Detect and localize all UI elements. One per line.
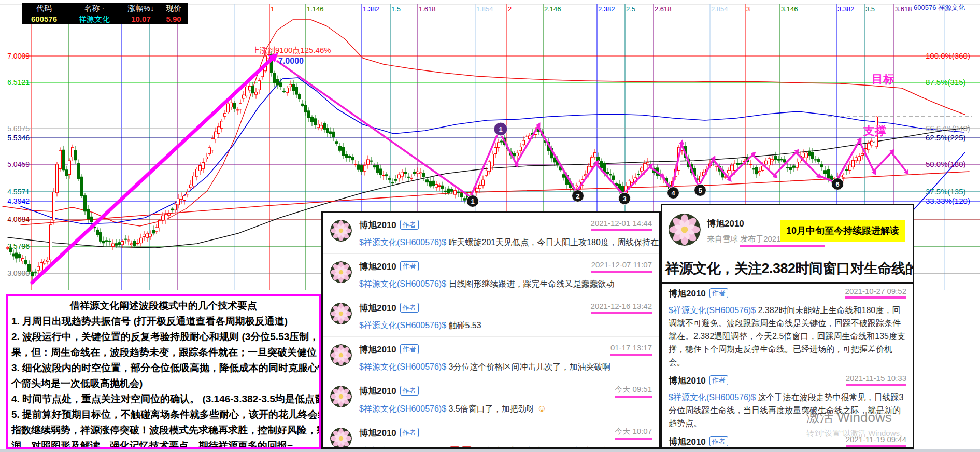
- author-name[interactable]: 博旭2010: [359, 345, 396, 355]
- author-badge: 作者: [400, 303, 419, 313]
- svg-text:3: 3: [622, 195, 626, 203]
- ticker-link[interactable]: $祥源文化(SH600576)$: [359, 238, 446, 247]
- author-name[interactable]: 博旭2010: [669, 376, 706, 386]
- author-name[interactable]: 博旭2010: [707, 218, 744, 230]
- author-name[interactable]: 博旭2010: [359, 303, 396, 313]
- comment-text: $祥源文化(SH600576)$ 日线图形继续跟进，踩完生命线又是蠢蠢欲动: [359, 279, 652, 290]
- article-panel: 博旭2010 来自雪球 发布于2021-10-14 13:52 10月中旬至今持…: [661, 204, 914, 449]
- svg-text:1.5: 1.5: [391, 5, 401, 13]
- svg-text:7.0009: 7.0009: [7, 52, 30, 60]
- avatar[interactable]: [330, 303, 352, 324]
- trading-app-window: 11.1461.3821.51.6181.85422.1462.3822.52.…: [0, 0, 980, 452]
- ticker-link[interactable]: $祥源文化(SH600576)$: [359, 404, 446, 413]
- notes-line: 1. 月周日出现趋势共振信号 (打开极反通道查看各周期极反通道): [8, 314, 319, 329]
- ticker-link[interactable]: $祥源文化(SH600576)$: [669, 393, 756, 402]
- author-badge: 作者: [709, 436, 728, 446]
- svg-text:3.618: 3.618: [895, 5, 912, 13]
- notes-line: 3. 细化波段内的时空位置，部分仓位低吸高抛，降低成本的同时克服心性。 (每一: [8, 360, 319, 376]
- author-name[interactable]: 博旭2010: [669, 437, 706, 447]
- svg-text:3.146: 3.146: [781, 5, 798, 13]
- svg-text:5.6975: 5.6975: [7, 124, 30, 133]
- svg-text:4: 4: [671, 189, 675, 197]
- svg-text:3: 3: [746, 5, 750, 13]
- author-badge: 作者: [400, 261, 419, 271]
- svg-text:50.0%(180): 50.0%(180): [926, 160, 966, 168]
- comment-text: $祥源文化(SH600576)$ 3.5倍窗口了，加把劲呀 ☺: [359, 403, 652, 415]
- comment-date: 今天 09:51: [615, 385, 652, 398]
- svg-text:33.33%(120): 33.33%(120): [926, 196, 970, 205]
- comment-row[interactable]: 2021-12-16 13:42博旭2010作者$祥源文化(SH600576)$…: [323, 295, 659, 337]
- author-badge: 作者: [709, 288, 728, 298]
- avatar[interactable]: [330, 428, 352, 449]
- ticker-link[interactable]: $祥源文化(SH600576)$: [359, 321, 446, 330]
- author-badge: 作者: [400, 428, 419, 437]
- watchlist-table[interactable]: 代码 名称 · 涨幅%↓ 现价 600576 祥源文化 10.07 5.90: [22, 3, 188, 24]
- author-name[interactable]: 博旭2010: [669, 289, 706, 299]
- svg-text:2.5: 2.5: [626, 5, 635, 13]
- svg-text:3.382: 3.382: [837, 5, 855, 13]
- svg-text:87.5%(315): 87.5%(315): [926, 78, 966, 87]
- comment-date: 今天 10:07: [615, 427, 652, 440]
- article-title[interactable]: 祥源文化，关注2.382时间窗口对生命线的确认: [662, 258, 913, 284]
- svg-text:5: 5: [698, 187, 702, 194]
- svg-text:1: 1: [271, 5, 274, 13]
- author-name[interactable]: 博旭2010: [359, 262, 396, 272]
- ticker-link[interactable]: $祥源文化(SH600576)$: [669, 306, 756, 315]
- svg-text:2.146: 2.146: [544, 5, 561, 13]
- window-bottom-edge: [0, 449, 980, 452]
- comment-row[interactable]: 2021-12-01 14:44博旭2010作者$祥源文化(SH600576)$…: [323, 213, 659, 254]
- notes-line: 2. 波段运行中，关键位置的反复考验持股耐心和规则 (3分位5.53压制，几次上…: [8, 329, 319, 345]
- svg-text:1.618: 1.618: [419, 5, 436, 13]
- comment-feed-panel: 2021-12-01 14:44博旭2010作者$祥源文化(SH600576)$…: [321, 211, 661, 449]
- svg-text:100.0%(360): 100.0%(360): [926, 51, 970, 60]
- avatar[interactable]: [330, 386, 352, 407]
- stock-name[interactable]: 祥源文化: [66, 13, 123, 24]
- author-name[interactable]: 博旭2010: [359, 428, 396, 438]
- comment-date: 2021-12-07 11:07: [591, 260, 652, 273]
- avatar[interactable]: [330, 344, 352, 366]
- svg-text:5.0459: 5.0459: [7, 160, 30, 168]
- comment-date: 2021-10-27 09:52: [845, 287, 906, 299]
- comment-row[interactable]: 2021-11-15 10:33博旭2010作者$祥源文化(SH600576)$…: [662, 371, 913, 432]
- author-name[interactable]: 博旭2010: [359, 220, 396, 230]
- author-badge: 作者: [400, 220, 419, 230]
- author-name[interactable]: 博旭2010: [359, 386, 396, 396]
- sort-desc-icon: ↓: [150, 4, 154, 12]
- comment-row[interactable]: 2021-11-19 09:44博旭2010作者$祥源文化(SH600576)$…: [662, 432, 913, 449]
- notes-title: 借祥源文化阐述波段模式中的几个技术要点: [8, 296, 319, 314]
- notes-panel: 借祥源文化阐述波段模式中的几个技术要点 1. 月周日出现趋势共振信号 (打开极反…: [6, 294, 321, 449]
- notes-line: 5. 提前算好预期目标位，不触碰离场条件就多些耐心，该开的花儿终会绽放。: [8, 407, 319, 422]
- avatar[interactable]: [330, 220, 352, 242]
- svg-text:1: 1: [499, 125, 502, 133]
- col-name: 名称 ·: [66, 3, 123, 13]
- comment-row[interactable]: 2021-12-07 11:07博旭2010作者$祥源文化(SH600576)$…: [323, 254, 659, 295]
- smiley-icon: ☺: [608, 445, 618, 449]
- svg-text:2: 2: [508, 5, 512, 13]
- col-change[interactable]: 涨幅%↓: [123, 3, 159, 13]
- stock-change: 10.07: [123, 13, 159, 24]
- author-badge: 作者: [400, 344, 419, 354]
- ticker-link[interactable]: $祥源文化(SH600576)$: [359, 279, 446, 288]
- comment-row[interactable]: 2021-10-27 09:52博旭2010作者$祥源文化(SH600576)$…: [662, 284, 913, 371]
- stock-price: 5.90: [159, 13, 188, 24]
- target-label: 目标: [872, 72, 894, 87]
- svg-text:1.854: 1.854: [476, 5, 493, 13]
- stock-code[interactable]: 600576: [22, 13, 66, 24]
- smiley-icon: ☺: [537, 403, 546, 414]
- svg-text:1: 1: [471, 197, 474, 205]
- ticker-link[interactable]: $祥源文化(SH600576)$: [359, 362, 446, 371]
- notes-line: 个箭头均是一次低吸高抛机会): [8, 376, 319, 391]
- comment-row[interactable]: 01-17 13:17博旭2010作者$祥源文化(SH600576)$ 3分位这…: [323, 337, 659, 378]
- avatar[interactable]: [330, 261, 352, 283]
- svg-text:4.5571: 4.5571: [7, 188, 30, 196]
- comment-date: 01-17 13:17: [610, 343, 652, 356]
- notes-line: 4. 时间节点处，重点关注对空间位的确认。 (3.146-3.382-3.5均是…: [8, 391, 319, 407]
- avatar[interactable]: [669, 214, 701, 246]
- highlight-note: 10月中旬至今持续跟进解读: [780, 220, 905, 242]
- comment-date: 2021-11-19 09:44: [846, 435, 906, 447]
- comment-row[interactable]: 今天 10:07博旭2010作者$祥源文化(SH600576)$ 涨停3.5倍时…: [323, 420, 659, 449]
- watchlist-row[interactable]: 600576 祥源文化 10.07 5.90: [22, 13, 188, 24]
- svg-text:5.5346: 5.5346: [7, 134, 30, 142]
- svg-text:3.5: 3.5: [865, 5, 875, 13]
- comment-row[interactable]: 今天 09:51博旭2010作者$祥源文化(SH600576)$ 3.5倍窗口了…: [323, 378, 659, 420]
